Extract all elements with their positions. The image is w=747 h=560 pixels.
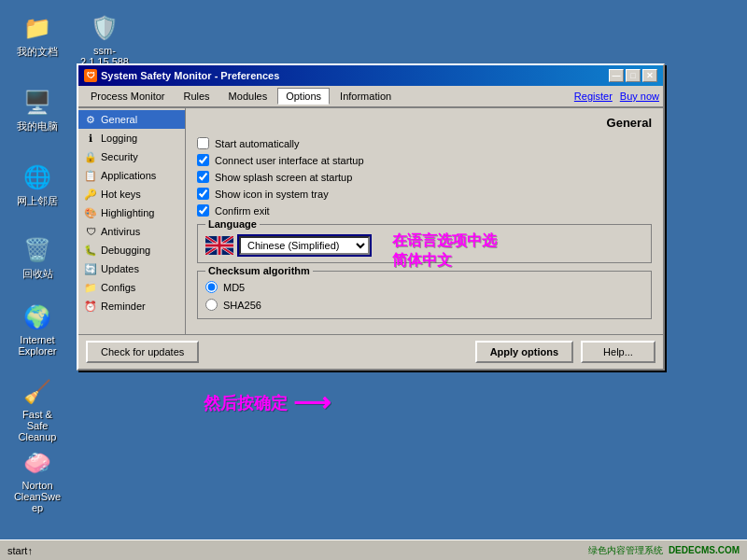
confirm-exit-checkbox[interactable] xyxy=(197,204,209,217)
checksum-group-label: Checksum algorithm xyxy=(205,265,313,276)
sidebar-item-antivirus[interactable]: 🛡 Antivirus xyxy=(78,222,185,241)
connect-ui-checkbox[interactable] xyxy=(197,154,209,166)
cleanup-icon: 🧹 xyxy=(22,377,52,407)
recycle-icon: 🗑️ xyxy=(22,235,52,265)
sidebar-item-highlighting[interactable]: 🎨 Highlighting xyxy=(78,203,185,222)
language-group-label: Language xyxy=(205,218,260,230)
reminder-icon: ⏰ xyxy=(84,300,97,313)
language-select[interactable]: Chinese (Simplified) English xyxy=(239,236,370,255)
sidebar-item-reminder[interactable]: ⏰ Reminder xyxy=(78,297,185,315)
my-computer-label: 我的电脑 xyxy=(17,119,58,133)
title-bar-buttons: — □ ✕ xyxy=(609,69,657,82)
checkbox-tray-row: Show icon in system tray xyxy=(197,188,652,200)
maximize-button[interactable]: □ xyxy=(626,69,641,82)
tab-modules[interactable]: Modules xyxy=(220,88,276,105)
sidebar-item-logging[interactable]: ℹ Logging xyxy=(78,129,185,147)
checksum-group: Checksum algorithm MD5 SHA256 xyxy=(197,271,652,319)
menu-bar: Process Monitor Rules Modules Options In… xyxy=(78,86,663,107)
main-panel: General Start automatically Connect user… xyxy=(186,108,663,334)
buy-now-link[interactable]: Buy now xyxy=(620,91,659,102)
desktop-icon-my-docs[interactable]: 📁 我的文档 xyxy=(7,9,67,63)
sidebar-item-applications[interactable]: 📋 Applications xyxy=(78,166,185,185)
sidebar-label-highlighting: Highlighting xyxy=(101,207,154,218)
desktop: 📁 我的文档 🛡️ ssm-2.1.15.588 🖥️ 我的电脑 🌐 网上邻居 … xyxy=(0,0,747,560)
sidebar-item-updates[interactable]: 🔄 Updates xyxy=(78,259,185,278)
hotkeys-icon: 🔑 xyxy=(84,188,97,201)
sha256-radio-row: SHA256 xyxy=(205,299,643,311)
norton-icon: 🧼 xyxy=(22,448,52,478)
menu-tabs: Process Monitor Rules Modules Options In… xyxy=(82,88,400,105)
recycle-label: 回收站 xyxy=(22,267,53,281)
tab-options[interactable]: Options xyxy=(277,88,330,105)
configs-icon: 📁 xyxy=(84,281,97,294)
general-icon: ⚙ xyxy=(84,113,97,126)
desktop-icon-recycle[interactable]: 🗑️ 回收站 xyxy=(7,231,67,285)
sidebar-label-general: General xyxy=(101,114,137,125)
show-icon-checkbox[interactable] xyxy=(197,188,209,200)
panel-title: General xyxy=(197,116,652,130)
sidebar-label-configs: Configs xyxy=(101,282,135,293)
tab-information[interactable]: Information xyxy=(331,88,400,105)
start-auto-checkbox[interactable] xyxy=(197,137,209,149)
ie-icon: 🌍 xyxy=(22,302,52,332)
connect-ui-label: Connect user interface at startup xyxy=(215,155,364,166)
title-bar-left: 🛡 System Safety Monitor - Preferences xyxy=(84,69,279,82)
language-group: Language xyxy=(197,224,652,263)
sidebar-label-applications: Applications xyxy=(101,170,156,181)
my-docs-label: 我的文档 xyxy=(17,45,58,59)
confirm-exit-label: Confirm exit xyxy=(215,205,270,217)
sidebar-item-debugging[interactable]: 🐛 Debugging xyxy=(78,241,185,259)
sidebar-label-security: Security xyxy=(101,151,138,162)
my-computer-icon: 🖥️ xyxy=(22,88,52,118)
show-splash-label: Show splash screen at startup xyxy=(215,172,352,183)
window-icon: 🛡 xyxy=(84,69,97,82)
desktop-icon-norton[interactable]: 🧼 Norton CleanSweep xyxy=(7,444,67,517)
md5-radio[interactable] xyxy=(205,281,218,293)
desktop-icon-network[interactable]: 🌐 网上邻居 xyxy=(7,159,67,212)
close-button[interactable]: ✕ xyxy=(642,69,657,82)
sidebar-item-security[interactable]: 🔒 Security xyxy=(78,147,185,166)
check-updates-button[interactable]: Check for updates xyxy=(86,341,199,363)
sidebar-item-configs[interactable]: 📁 Configs xyxy=(78,278,185,297)
desktop-icon-my-computer[interactable]: 🖥️ 我的电脑 xyxy=(7,84,67,137)
sidebar-item-general[interactable]: ⚙ General xyxy=(78,110,185,129)
status-website: DEDECMS.COM xyxy=(669,545,740,555)
register-link[interactable]: Register xyxy=(574,91,613,102)
menu-links: Register Buy now xyxy=(574,91,659,102)
cleanup-label: Fast & Safe Cleanup xyxy=(11,409,63,442)
minimize-button[interactable]: — xyxy=(609,69,624,82)
applications-icon: 📋 xyxy=(84,169,97,182)
ie-label: Internet Explorer xyxy=(11,334,63,357)
checkbox-confirm-row: Confirm exit xyxy=(197,204,652,217)
sha256-radio[interactable] xyxy=(205,299,218,311)
md5-radio-row: MD5 xyxy=(205,281,643,293)
title-bar: 🛡 System Safety Monitor - Preferences — … xyxy=(78,65,663,86)
sidebar-label-hotkeys: Hot keys xyxy=(101,189,141,200)
sidebar-item-hotkeys[interactable]: 🔑 Hot keys xyxy=(78,185,185,203)
sha256-label: SHA256 xyxy=(223,300,261,311)
tab-rules[interactable]: Rules xyxy=(175,88,218,105)
tab-process-monitor[interactable]: Process Monitor xyxy=(82,88,173,105)
status-text: 绿色内容管理系统 xyxy=(588,544,663,557)
apply-options-button[interactable]: Apply options xyxy=(475,341,573,363)
desktop-icon-cleanup[interactable]: 🧹 Fast & Safe Cleanup xyxy=(7,373,67,446)
desktop-icon-ie[interactable]: 🌍 Internet Explorer xyxy=(7,299,67,360)
sidebar-label-updates: Updates xyxy=(101,263,139,274)
network-icon: 🌐 xyxy=(22,162,52,192)
my-docs-icon: 📁 xyxy=(22,13,52,43)
sidebar-label-reminder: Reminder xyxy=(101,301,146,312)
show-splash-checkbox[interactable] xyxy=(197,171,209,183)
sidebar: ⚙ General ℹ Logging 🔒 Security 📋 Applica… xyxy=(78,108,186,334)
uk-flag-icon xyxy=(205,236,233,255)
network-label: 网上邻居 xyxy=(17,194,58,208)
checkbox-splash-row: Show splash screen at startup xyxy=(197,171,652,183)
status-bar: start↑ 绿色内容管理系统 DEDECMS.COM xyxy=(0,539,747,560)
sidebar-label-antivirus: Antivirus xyxy=(101,226,140,237)
norton-label: Norton CleanSweep xyxy=(11,480,63,513)
start-auto-label: Start automatically xyxy=(215,138,299,149)
security-icon: 🔒 xyxy=(84,150,97,163)
help-button[interactable]: Help... xyxy=(581,341,655,363)
preferences-window: 🛡 System Safety Monitor - Preferences — … xyxy=(77,63,665,371)
desktop-icon-ssm[interactable]: 🛡️ ssm-2.1.15.588 xyxy=(75,9,134,71)
updates-icon: 🔄 xyxy=(84,262,97,275)
